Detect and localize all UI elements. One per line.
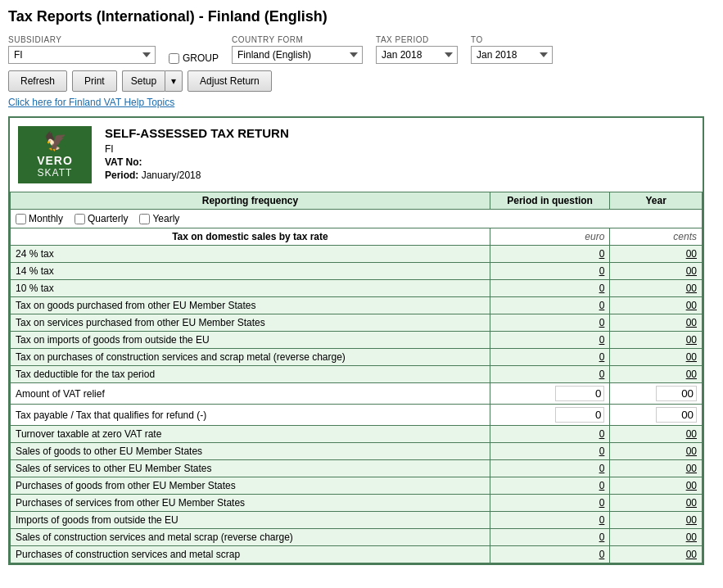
row-label: Tax payable / Tax that qualifies for ref…	[11, 405, 490, 426]
group-label: GROUP	[183, 52, 219, 64]
row-cents: 00	[610, 477, 703, 495]
table-row: Sales of goods to other EU Member States…	[11, 443, 703, 460]
monthly-checkbox-label[interactable]: Monthly	[16, 213, 63, 224]
yearly-checkbox[interactable]	[139, 214, 150, 224]
tax-period-group: TAX PERIOD Jan 2018	[376, 35, 458, 64]
setup-button[interactable]: Setup	[122, 70, 165, 92]
row-label: 14 % tax	[11, 263, 490, 280]
table-row: Purchases of goods from other EU Member …	[11, 477, 703, 495]
quarterly-label: Quarterly	[88, 213, 128, 224]
row-cents: 00	[610, 529, 703, 546]
row-cents: 00	[610, 280, 703, 297]
row-label: Turnover taxable at zero VAT rate	[11, 426, 490, 443]
row-euro: 0	[490, 280, 609, 297]
subsidiary-label: SUBSIDIARY	[8, 35, 156, 44]
row-cents: 00	[610, 263, 703, 280]
logo-skatt: SKATT	[38, 167, 73, 179]
row-cents: 00	[610, 366, 703, 383]
row-cents: 00	[610, 495, 703, 512]
row-label: Purchases of goods from other EU Member …	[11, 477, 490, 495]
row-label: Purchases of services from other EU Memb…	[11, 495, 490, 512]
subsidiary-group: SUBSIDIARY FI	[8, 35, 156, 64]
period-label: Period:	[105, 170, 138, 181]
table-row: Tax on services purchased from other EU …	[11, 314, 703, 332]
row-label: Tax on goods purchased from other EU Mem…	[11, 297, 490, 314]
tax-domestic-header: Tax on domestic sales by tax rate	[11, 228, 490, 246]
col-reporting: Reporting frequency	[11, 192, 490, 210]
table-row: Tax on imports of goods from outside the…	[11, 332, 703, 349]
row-euro: 0	[490, 314, 609, 332]
monthly-checkbox[interactable]	[16, 214, 26, 224]
subsidiary-select[interactable]: FI	[8, 46, 156, 64]
group-checkbox[interactable]	[169, 53, 179, 64]
setup-dropdown-arrow[interactable]: ▾	[165, 70, 183, 92]
main-table: Reporting frequency Period in question Y…	[10, 192, 703, 563]
row-cents: 00	[610, 512, 703, 529]
row-label: Sales of goods to other EU Member States	[11, 443, 490, 460]
logo-icon: 🦅	[44, 131, 66, 152]
table-row: Turnover taxable at zero VAT rate 0 00	[11, 426, 703, 443]
row-cents: 00	[610, 349, 703, 366]
row-euro: 0	[490, 263, 609, 280]
table-row: Tax on goods purchased from other EU Mem…	[11, 297, 703, 314]
print-button[interactable]: Print	[72, 70, 117, 92]
quarterly-checkbox-label[interactable]: Quarterly	[75, 213, 128, 224]
row-euro: 0	[490, 246, 609, 263]
row-cents	[610, 383, 703, 405]
row-euro: 0	[490, 443, 609, 460]
table-row: Sales of construction services and metal…	[11, 529, 703, 546]
row-cents: 00	[610, 426, 703, 443]
row-cents: 00	[610, 297, 703, 314]
quarterly-checkbox[interactable]	[75, 214, 85, 224]
country-form-group: COUNTRY FORM Finland (English)	[232, 35, 363, 64]
row-cents: 00	[610, 460, 703, 477]
vat-relief-cents-input[interactable]	[656, 386, 697, 401]
vat-relief-euro-input[interactable]	[555, 386, 604, 401]
report-header: 🦅 VERO SKATT SELF-ASSESSED TAX RETURN FI…	[10, 118, 703, 192]
period-value: January/2018	[142, 170, 201, 181]
row-label: Tax on purchases of construction service…	[11, 349, 490, 366]
row-label: 24 % tax	[11, 246, 490, 263]
yearly-label: Yearly	[152, 213, 179, 224]
help-link[interactable]: Click here for Finland VAT Help Topics	[8, 97, 174, 108]
country-form-select[interactable]: Finland (English)	[232, 46, 363, 64]
table-row: 14 % tax 0 00	[11, 263, 703, 280]
table-row: 10 % tax 0 00	[11, 280, 703, 297]
row-euro: 0	[490, 512, 609, 529]
to-group: TO Jan 2018	[471, 35, 553, 64]
row-euro: 0	[490, 477, 609, 495]
report-main-title: SELF-ASSESSED TAX RETURN	[105, 126, 694, 140]
table-row: Amount of VAT relief	[11, 383, 703, 405]
buttons-row: Refresh Print Setup ▾ Adjust Return	[8, 70, 715, 92]
row-euro: 0	[490, 495, 609, 512]
adjust-return-button[interactable]: Adjust Return	[188, 70, 272, 92]
group-checkbox-row: GROUP	[169, 52, 219, 64]
tax-period-select[interactable]: Jan 2018	[376, 46, 458, 64]
row-euro: 0	[490, 460, 609, 477]
row-cents: 00	[610, 443, 703, 460]
tax-domestic-header-row: Tax on domestic sales by tax rate euro c…	[11, 228, 703, 246]
tax-payable-euro-input[interactable]	[555, 407, 604, 423]
logo-vero: VERO	[37, 154, 73, 167]
row-cents: 00	[610, 246, 703, 263]
report-title-block: SELF-ASSESSED TAX RETURN FI VAT No: Peri…	[105, 126, 694, 183]
to-label: TO	[471, 35, 553, 44]
refresh-button[interactable]: Refresh	[8, 70, 67, 92]
row-label: Tax on imports of goods from outside the…	[11, 332, 490, 349]
tax-payable-cents-input[interactable]	[656, 407, 697, 423]
row-label: Sales of construction services and metal…	[11, 529, 490, 546]
table-row: Tax payable / Tax that qualifies for ref…	[11, 405, 703, 426]
report-period: Period: January/2018	[105, 170, 694, 181]
table-row: 24 % tax 0 00	[11, 246, 703, 263]
yearly-checkbox-label[interactable]: Yearly	[139, 213, 179, 224]
vero-logo: 🦅 VERO SKATT	[18, 126, 92, 183]
table-row: Tax on purchases of construction service…	[11, 349, 703, 366]
report-fi: FI	[105, 143, 694, 155]
row-euro	[490, 405, 609, 426]
setup-button-group: Setup ▾	[122, 70, 183, 92]
to-select[interactable]: Jan 2018	[471, 46, 553, 64]
row-label: 10 % tax	[11, 280, 490, 297]
row-label: Sales of services to other EU Member Sta…	[11, 460, 490, 477]
row-cents	[610, 405, 703, 426]
report-vat: VAT No:	[105, 156, 694, 168]
